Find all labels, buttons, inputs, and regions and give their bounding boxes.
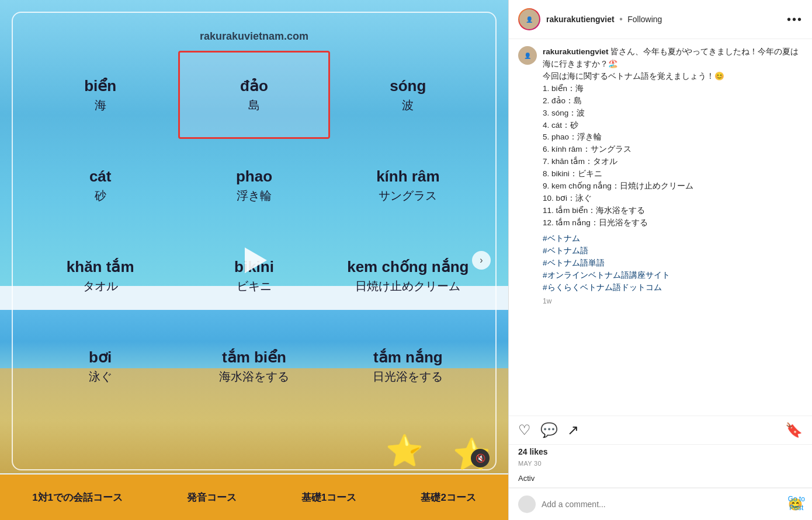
- commenter-avatar: [518, 495, 536, 513]
- chevron-right-icon: ›: [480, 255, 483, 266]
- hashtags-block: #ベトナム#ベトナム語#ベトナム語単語#オンラインベトナム語講座サイト#らくらく…: [543, 234, 670, 292]
- caption-avatar: 👤: [518, 46, 537, 65]
- go-to-label: Go toPost: [788, 495, 805, 512]
- vocab-item-boi: bơi泳ぐ: [25, 323, 176, 411]
- caption-hashtags: #ベトナム#ベトナム語#ベトナム語単語#オンラインベトナム語講座サイト#らくらく…: [543, 233, 803, 294]
- caption-area: 👤 rakurakutiengviet 皆さん、今年も夏がやってきましたね！今年…: [509, 39, 812, 416]
- vocab-item-kem-chong-nang: kem chống nắng日焼け止めクリーム: [332, 232, 484, 320]
- vocab-item-song: sóng波: [332, 51, 484, 139]
- post-username[interactable]: rakurakutiengviet: [546, 15, 615, 24]
- caption-text: rakurakutiengviet 皆さん、今年も夏がやってきましたね！今年の夏…: [543, 46, 803, 229]
- vocab-viet-song: sóng: [390, 77, 426, 95]
- save-button[interactable]: 🔖: [785, 422, 803, 438]
- activity-text: Activ: [518, 474, 535, 483]
- vocab-viet-tam-bien: tắm biển: [222, 348, 286, 367]
- vocab-jp-dao: 島: [248, 97, 260, 113]
- vocab-viet-dao: đảo: [240, 77, 268, 95]
- avatar: 👤: [518, 8, 540, 30]
- vocab-grid: biển海đảo島sóng波cát砂phao浮き輪kính râmサングラスkh…: [25, 51, 484, 411]
- vocab-jp-khan-tam: タオル: [83, 278, 118, 294]
- vocab-viet-kem-chong-nang: kem chống nắng: [347, 258, 469, 276]
- vocab-item-dao: đảo島: [178, 51, 329, 139]
- nav-item-2[interactable]: 基礎1コース: [301, 491, 356, 504]
- nav-item-0[interactable]: 1対1での会話コース: [32, 491, 123, 504]
- vocab-viet-kinh-ram: kính râm: [376, 167, 439, 186]
- vocab-jp-tam-bien: 海水浴をする: [219, 369, 289, 385]
- like-button[interactable]: ♡: [518, 422, 531, 438]
- vocab-viet-khan-tam: khăn tắm: [67, 258, 134, 276]
- vocab-jp-cat: 砂: [95, 188, 106, 204]
- starfish-decoration-1: ⭐: [386, 433, 424, 469]
- go-to-post-button[interactable]: Go toPost: [788, 495, 805, 513]
- post-header: 👤 rakurakutiengviet • Following •••: [509, 0, 812, 39]
- avatar-inner: 👤: [519, 9, 539, 29]
- likes-count: 24 likes: [509, 445, 812, 459]
- post-date: MAY 30: [509, 459, 812, 472]
- comment-button[interactable]: 💬: [540, 422, 558, 438]
- mute-icon: 🔇: [476, 453, 485, 463]
- play-button[interactable]: [237, 243, 272, 278]
- caption-body: 皆さん、今年も夏がやってきましたね！今年の夏は海に行きますか？🏖️今回は海に関す…: [543, 47, 799, 227]
- comment-input[interactable]: [542, 500, 782, 509]
- share-button[interactable]: ↗: [567, 422, 579, 438]
- following-label[interactable]: Following: [627, 15, 662, 24]
- vocab-jp-bikini: ビキニ: [237, 278, 272, 294]
- vocab-jp-song: 波: [402, 97, 414, 113]
- activity-label: Activ: [509, 472, 812, 488]
- vocab-jp-bien: 海: [95, 97, 106, 113]
- post-image-container: rakurakuvietnam.com biển海đảo島sóng波cát砂ph…: [0, 0, 508, 520]
- sound-button[interactable]: 🔇: [471, 449, 490, 467]
- website-label: rakurakuvietnam.com: [13, 30, 495, 43]
- left-actions: ♡ 💬 ↗: [518, 422, 579, 438]
- caption-username[interactable]: rakurakutiengviet: [543, 47, 609, 56]
- vocab-jp-boi: 泳ぐ: [89, 369, 112, 385]
- vocab-jp-phao: 浮き輪: [237, 188, 272, 204]
- instagram-sidebar: 👤 rakurakutiengviet • Following ••• 👤 ra…: [508, 0, 812, 520]
- vocab-viet-cat: cát: [89, 167, 112, 186]
- vocab-viet-tam-nang: tắm nắng: [373, 348, 443, 367]
- post-timestamp: 1w: [543, 297, 803, 305]
- header-left: 👤 rakurakutiengviet • Following: [518, 8, 662, 30]
- action-bar: ♡ 💬 ↗ 🔖: [509, 416, 812, 445]
- bottom-navigation: 1対1での会話コース発音コース基礎1コース基礎2コース: [0, 474, 508, 520]
- vocab-item-cat: cát砂: [25, 141, 176, 229]
- play-triangle-icon: [245, 247, 267, 273]
- nav-item-3[interactable]: 基礎2コース: [421, 491, 476, 504]
- vocab-card: rakurakuvietnam.com biển海đảo島sóng波cát砂ph…: [12, 12, 497, 470]
- vocab-item-tam-nang: tắm nắng日光浴をする: [332, 323, 484, 411]
- header-user-info: rakurakutiengviet • Following: [546, 14, 662, 25]
- vocab-item-bien: biển海: [25, 51, 176, 139]
- vocab-viet-bien: biển: [84, 77, 116, 95]
- caption-header: 👤 rakurakutiengviet 皆さん、今年も夏がやってきましたね！今年…: [518, 46, 803, 305]
- vocab-item-phao: phao浮き輪: [178, 141, 329, 229]
- more-options-button[interactable]: •••: [787, 13, 803, 26]
- nav-item-1[interactable]: 発音コース: [187, 491, 237, 504]
- comment-box: 😊: [509, 488, 812, 520]
- vocab-item-khan-tam: khăn tắmタオル: [25, 232, 176, 320]
- vocab-item-kinh-ram: kính râmサングラス: [332, 141, 484, 229]
- vocab-jp-kem-chong-nang: 日焼け止めクリーム: [355, 278, 460, 294]
- vocab-item-tam-bien: tắm biển海水浴をする: [178, 323, 329, 411]
- vocab-jp-tam-nang: 日光浴をする: [373, 369, 443, 385]
- next-slide-button[interactable]: ›: [472, 251, 491, 270]
- vocab-viet-boi: bơi: [89, 348, 112, 367]
- caption-content: rakurakutiengviet 皆さん、今年も夏がやってきましたね！今年の夏…: [543, 46, 803, 305]
- vocab-viet-phao: phao: [236, 167, 272, 186]
- vocab-jp-kinh-ram: サングラス: [379, 188, 437, 204]
